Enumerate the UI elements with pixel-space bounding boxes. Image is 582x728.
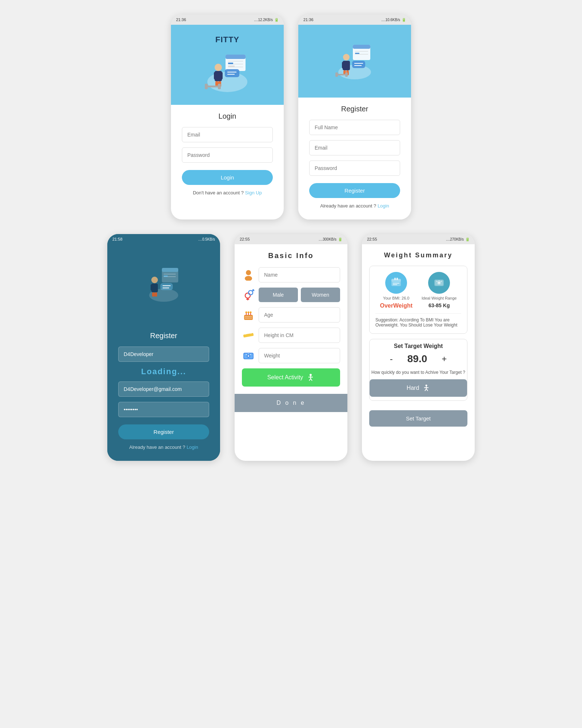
register-button[interactable]: Register — [309, 183, 400, 198]
ideal-weight-item: Ideal Weight Range 63-85 Kg — [422, 272, 457, 309]
svg-rect-19 — [218, 84, 221, 89]
register-password-input[interactable] — [309, 161, 400, 176]
women-button[interactable]: Women — [301, 288, 340, 302]
age-row — [242, 307, 340, 323]
svg-rect-49 — [151, 284, 153, 290]
svg-rect-63 — [245, 316, 252, 317]
register-status-bar: 21:36 ....10.6KB/s 🔋 — [298, 15, 411, 25]
svg-rect-14 — [220, 72, 223, 79]
gender-icon — [242, 288, 255, 301]
register-title: Register — [309, 105, 400, 113]
scale-icon — [242, 349, 255, 362]
weight-network: ....270KB/s — [446, 237, 464, 241]
login-email-input[interactable] — [182, 127, 273, 142]
loading-text: Loading... — [118, 367, 209, 376]
height-input[interactable] — [259, 328, 340, 343]
svg-line-87 — [311, 379, 312, 381]
svg-rect-13 — [214, 72, 217, 79]
svg-point-70 — [250, 312, 252, 313]
register-login-text: Already have an account ? Login — [309, 203, 400, 209]
login-screen: 21:36 ....12.2KB/s 🔋 FITTY — [171, 15, 284, 219]
name-input[interactable] — [259, 267, 340, 282]
login-button[interactable]: Login — [182, 170, 273, 185]
bmi-icon — [385, 272, 407, 294]
achieve-text: How quickly do you want to Achive Your T… — [370, 370, 467, 375]
svg-rect-6 — [228, 63, 233, 64]
login-title: Login — [182, 112, 273, 120]
reg-loading-login-text: Already have an account ? Login — [118, 444, 209, 450]
done-bar[interactable]: D o n e — [235, 394, 347, 412]
svg-rect-44 — [160, 283, 173, 290]
login-illustration — [204, 47, 251, 95]
register-email-input[interactable] — [309, 140, 400, 155]
row-1: 21:36 ....12.2KB/s 🔋 FITTY — [15, 15, 567, 219]
reg-loading-network: ....0.5KB/s — [198, 237, 215, 241]
svg-rect-31 — [342, 62, 344, 68]
bmi-label: Your BMI: 26.0 — [383, 296, 409, 300]
register-screen: 21:36 ....10.6KB/s 🔋 — [298, 15, 411, 219]
svg-rect-64 — [245, 318, 252, 318]
register-battery-icon: 🔋 — [402, 18, 406, 22]
reg-loading-time: 21:58 — [112, 237, 123, 241]
bmi-card: Your BMI: 26.0 OverWeight — [369, 266, 467, 334]
weight-input[interactable] — [259, 348, 340, 363]
weight-plus-button[interactable]: + — [438, 354, 450, 364]
login-battery-icon: 🔋 — [274, 18, 279, 22]
svg-line-105 — [426, 389, 428, 391]
age-input[interactable] — [259, 307, 340, 323]
set-target-button[interactable]: Set Target — [369, 410, 467, 427]
height-row — [242, 328, 340, 343]
register-network-info: ....10.6KB/s — [381, 18, 400, 22]
reg-loading-name-input[interactable] — [118, 347, 209, 362]
weight-minus-button[interactable]: - — [386, 354, 396, 364]
svg-point-69 — [248, 312, 250, 313]
weight-status-bar: 22:55 ....270KB/s 🔋 — [362, 234, 475, 244]
suggestion-text: Suggestion: According To BMI You are Ove… — [375, 313, 461, 328]
male-button[interactable]: Male — [259, 288, 298, 302]
login-body: Login Login Don't have an account ? Sign… — [171, 105, 284, 206]
weight-display: 89.0 — [407, 353, 427, 365]
svg-rect-93 — [396, 278, 398, 280]
svg-rect-37 — [345, 72, 348, 77]
signup-link[interactable]: Sign Up — [245, 190, 262, 195]
svg-rect-62 — [244, 315, 253, 320]
screens-grid: 21:36 ....12.2KB/s 🔋 FITTY — [15, 15, 567, 461]
reg-loading-body: Register document.querySelector('[data-n… — [107, 324, 220, 461]
register-hero — [298, 25, 411, 98]
row-2: 21:58 ....0.5KB/s — [15, 234, 567, 461]
app-title: FITTY — [215, 35, 239, 44]
basic-info-status-bar: 22:55 ....300KB/s 🔋 — [235, 234, 347, 244]
login-password-input[interactable] — [182, 147, 273, 163]
reg-loading-illustration — [144, 264, 184, 304]
register-login-link[interactable]: Login — [378, 203, 389, 209]
svg-rect-71 — [243, 333, 254, 338]
svg-rect-25 — [355, 53, 359, 54]
svg-rect-89 — [391, 279, 401, 282]
login-status-bar: 21:36 ....12.2KB/s 🔋 — [171, 15, 284, 25]
reg-loading-password-input[interactable] — [118, 402, 209, 417]
svg-point-47 — [151, 277, 158, 283]
bmi-item: Your BMI: 26.0 OverWeight — [380, 272, 413, 309]
reg-loading-register-button[interactable]: Register — [118, 424, 209, 439]
svg-rect-8 — [225, 69, 239, 77]
svg-point-68 — [246, 312, 247, 313]
login-hero: FITTY — [171, 25, 284, 105]
weight-row — [242, 348, 340, 363]
weight-summary-screen: 22:55 ....270KB/s 🔋 Weight Summary — [362, 234, 475, 461]
ideal-label: Ideal Weight Range — [422, 296, 457, 300]
basic-info-screen: 22:55 ....300KB/s 🔋 Basic Info — [235, 234, 347, 461]
reg-loading-email-input[interactable] — [118, 381, 209, 397]
svg-point-11 — [215, 64, 222, 71]
select-activity-button[interactable]: Select Activity — [242, 368, 340, 387]
reg-loading-login-link[interactable]: Login — [187, 444, 198, 450]
register-loading-screen: 21:58 ....0.5KB/s — [107, 234, 220, 461]
weight-control: - 89.0 + — [370, 353, 467, 365]
svg-point-97 — [438, 282, 440, 284]
svg-rect-50 — [155, 284, 158, 290]
reg-loading-status-bar: 21:58 ....0.5KB/s — [107, 234, 220, 244]
register-fullname-input[interactable] — [309, 120, 400, 135]
reg-loading-hero — [107, 244, 220, 324]
svg-point-101 — [426, 385, 427, 387]
login-time: 21:36 — [176, 17, 186, 22]
hard-button[interactable]: Hard — [370, 379, 467, 397]
